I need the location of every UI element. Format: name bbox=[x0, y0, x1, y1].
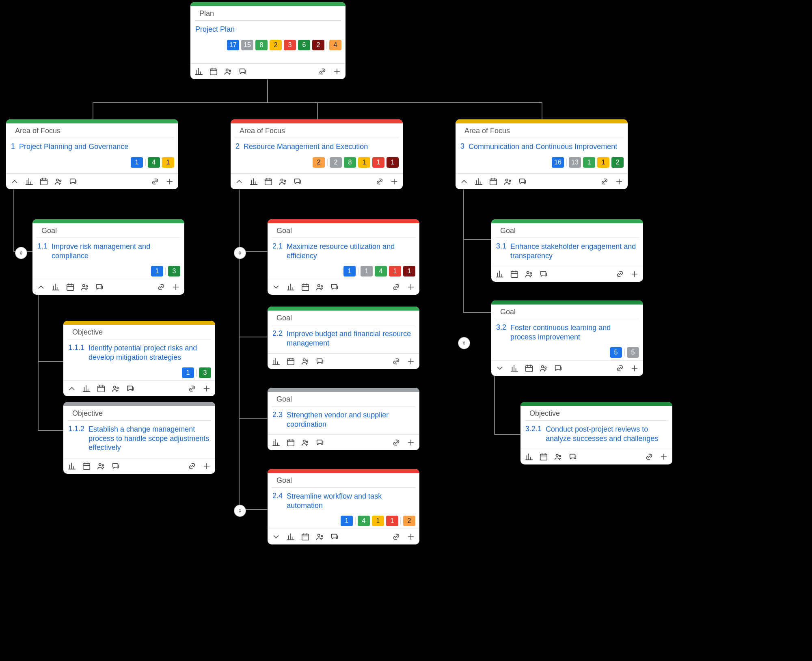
link-icon[interactable] bbox=[188, 462, 197, 471]
add-icon[interactable] bbox=[390, 177, 399, 186]
comments-icon[interactable] bbox=[126, 384, 135, 393]
calendar-icon[interactable] bbox=[264, 177, 273, 186]
people-icon[interactable] bbox=[301, 438, 310, 447]
count-badge[interactable]: 3 bbox=[199, 367, 211, 378]
comments-icon[interactable] bbox=[554, 364, 563, 373]
comments-icon[interactable] bbox=[518, 177, 527, 186]
card-title[interactable]: 1Project Planning and Governance bbox=[6, 138, 178, 157]
area-2[interactable]: Area of Focus2Resource Management and Ex… bbox=[231, 119, 403, 189]
comments-icon[interactable] bbox=[95, 283, 104, 292]
add-icon[interactable] bbox=[615, 177, 624, 186]
expand-toggle[interactable] bbox=[272, 532, 281, 541]
card-title[interactable]: Project Plan bbox=[190, 21, 346, 40]
count-badge[interactable]: 1 bbox=[341, 516, 353, 526]
count-badge[interactable]: 1 bbox=[372, 516, 384, 526]
link-icon[interactable] bbox=[157, 283, 166, 292]
chart-icon[interactable] bbox=[51, 283, 60, 292]
people-icon[interactable] bbox=[279, 177, 287, 186]
chart-icon[interactable] bbox=[25, 177, 34, 186]
tree-toggle[interactable] bbox=[234, 505, 246, 517]
card-title[interactable]: 3.1Enhance stakeholder engagement and tr… bbox=[491, 238, 643, 266]
link-icon[interactable] bbox=[392, 438, 401, 447]
count-badge[interactable]: 2 bbox=[611, 157, 624, 168]
add-icon[interactable] bbox=[171, 283, 180, 292]
count-badge[interactable]: 2 bbox=[403, 516, 415, 526]
chart-icon[interactable] bbox=[286, 283, 295, 292]
count-badge[interactable]: 3 bbox=[284, 40, 296, 50]
card-title[interactable]: 3.2.1Conduct post-project reviews to ana… bbox=[520, 421, 672, 449]
calendar-icon[interactable] bbox=[209, 67, 218, 76]
count-badge[interactable]: 6 bbox=[298, 40, 310, 50]
chart-icon[interactable] bbox=[495, 270, 504, 279]
chart-icon[interactable] bbox=[272, 438, 281, 447]
count-badge[interactable]: 13 bbox=[569, 157, 581, 168]
people-icon[interactable] bbox=[554, 452, 563, 461]
link-icon[interactable] bbox=[600, 177, 609, 186]
count-badge[interactable]: 1 bbox=[361, 266, 373, 276]
area-1[interactable]: Area of Focus1Project Planning and Gover… bbox=[6, 119, 178, 189]
calendar-icon[interactable] bbox=[286, 438, 295, 447]
card-title[interactable]: 2.1Maximize resource utilization and eff… bbox=[268, 238, 419, 266]
chart-icon[interactable] bbox=[474, 177, 483, 186]
count-badge[interactable]: 1 bbox=[358, 157, 370, 168]
add-icon[interactable] bbox=[406, 357, 415, 366]
goal-2-3[interactable]: Goal2.3Strengthen vendor and supplier co… bbox=[268, 388, 419, 450]
obj-3-2-1[interactable]: Objective3.2.1Conduct post-project revie… bbox=[520, 402, 672, 464]
people-icon[interactable] bbox=[54, 177, 63, 186]
count-badge[interactable]: 3 bbox=[168, 266, 180, 276]
people-icon[interactable] bbox=[503, 177, 512, 186]
add-icon[interactable] bbox=[630, 270, 639, 279]
count-badge[interactable]: 4 bbox=[358, 516, 370, 526]
expand-toggle[interactable] bbox=[495, 364, 504, 373]
link-icon[interactable] bbox=[151, 177, 160, 186]
obj-1-1-1[interactable]: Objective1.1.1Identify potential project… bbox=[63, 321, 215, 396]
goal-3-2[interactable]: Goal3.2Foster continuous learning and pr… bbox=[491, 300, 643, 376]
calendar-icon[interactable] bbox=[39, 177, 48, 186]
calendar-icon[interactable] bbox=[82, 462, 91, 471]
expand-toggle[interactable] bbox=[10, 177, 19, 186]
chart-icon[interactable] bbox=[525, 452, 533, 461]
expand-toggle[interactable] bbox=[37, 283, 45, 292]
people-icon[interactable] bbox=[315, 283, 324, 292]
comments-icon[interactable] bbox=[539, 270, 548, 279]
count-badge[interactable]: 15 bbox=[241, 40, 253, 50]
comments-icon[interactable] bbox=[330, 532, 339, 541]
count-badge[interactable]: 1 bbox=[182, 367, 194, 378]
expand-toggle[interactable] bbox=[67, 384, 76, 393]
count-badge[interactable]: 4 bbox=[375, 266, 387, 276]
link-icon[interactable] bbox=[645, 452, 654, 461]
add-icon[interactable] bbox=[659, 452, 668, 461]
comments-icon[interactable] bbox=[111, 462, 120, 471]
chart-icon[interactable] bbox=[194, 67, 203, 76]
count-badge[interactable]: 17 bbox=[227, 40, 239, 50]
goal-3-1[interactable]: Goal3.1Enhance stakeholder engagement an… bbox=[491, 219, 643, 282]
card-title[interactable]: 3Communication and Continuous Improvemen… bbox=[456, 138, 628, 157]
card-title[interactable]: 2.2Improve budget and financial resource… bbox=[268, 325, 419, 353]
add-icon[interactable] bbox=[406, 283, 415, 292]
chart-icon[interactable] bbox=[82, 384, 91, 393]
card-title[interactable]: 1.1.2Establish a change management proce… bbox=[63, 421, 215, 458]
comments-icon[interactable] bbox=[315, 438, 324, 447]
card-title[interactable]: 1.1.1Identify potential project risks an… bbox=[63, 339, 215, 367]
add-icon[interactable] bbox=[406, 438, 415, 447]
goal-2-1[interactable]: Goal2.1Maximize resource utilization and… bbox=[268, 219, 419, 295]
link-icon[interactable] bbox=[392, 283, 401, 292]
count-badge[interactable]: 1 bbox=[343, 266, 356, 276]
card-title[interactable]: 3.2Foster continuous learning and proces… bbox=[491, 319, 643, 347]
link-icon[interactable] bbox=[188, 384, 197, 393]
calendar-icon[interactable] bbox=[66, 283, 75, 292]
count-badge[interactable]: 1 bbox=[386, 516, 398, 526]
count-badge[interactable]: 1 bbox=[162, 157, 174, 168]
comments-icon[interactable] bbox=[69, 177, 78, 186]
add-icon[interactable] bbox=[333, 67, 341, 76]
chart-icon[interactable] bbox=[510, 364, 519, 373]
people-icon[interactable] bbox=[539, 364, 548, 373]
comments-icon[interactable] bbox=[315, 357, 324, 366]
link-icon[interactable] bbox=[392, 357, 401, 366]
calendar-icon[interactable] bbox=[539, 452, 548, 461]
goal-2-4[interactable]: Goal2.4Streamline workflow and task auto… bbox=[268, 469, 419, 544]
count-badge[interactable]: 1 bbox=[403, 266, 415, 276]
count-badge[interactable]: 1 bbox=[583, 157, 595, 168]
people-icon[interactable] bbox=[111, 384, 120, 393]
chart-icon[interactable] bbox=[67, 462, 76, 471]
